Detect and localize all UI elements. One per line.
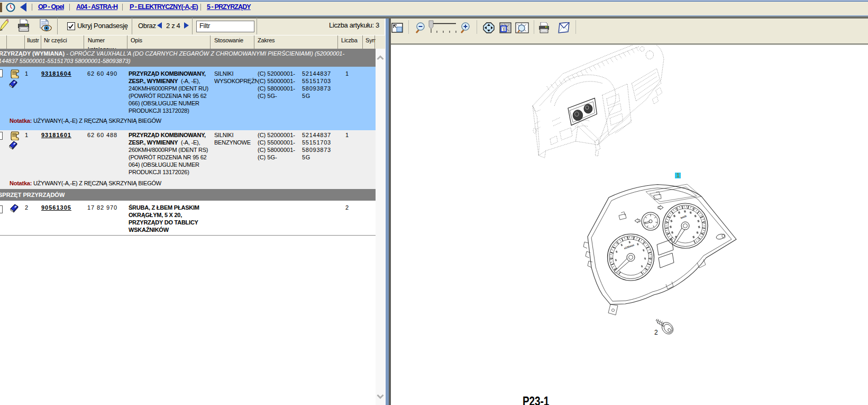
svg-text:x100min: x100min [624,243,635,249]
svg-text:km/h: km/h [680,214,687,220]
